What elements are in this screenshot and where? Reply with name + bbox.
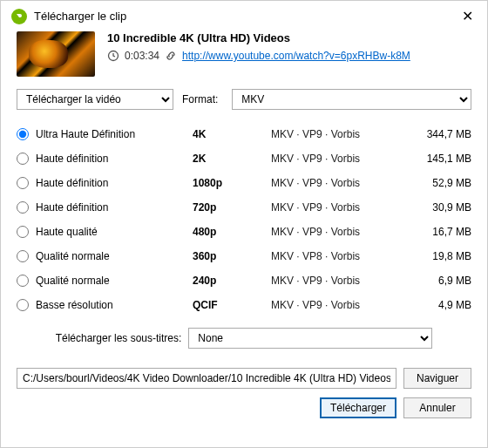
clip-duration: 0:03:34 [125, 50, 159, 62]
quality-size: 19,8 MB [384, 250, 471, 262]
quality-resolution: 4K [193, 128, 271, 140]
subtitles-label: Télécharger les sous-titres: [56, 332, 182, 344]
save-path-input[interactable] [17, 368, 396, 389]
quality-codec: MKV · VP9 · Vorbis [271, 128, 384, 140]
path-row: Naviguer [17, 368, 471, 389]
clock-icon [107, 50, 119, 62]
quality-option[interactable]: Haute définition 1080p MKV · VP9 · Vorbi… [17, 171, 471, 195]
subtitles-select[interactable]: None [188, 328, 432, 349]
quality-name: Basse résolution [36, 299, 193, 311]
quality-codec: MKV · VP9 · Vorbis [271, 153, 384, 165]
quality-size: 145,1 MB [384, 153, 471, 165]
titlebar: Télécharger le clip ✕ [1, 1, 487, 31]
quality-list: Ultra Haute Définition 4K MKV · VP9 · Vo… [17, 122, 471, 317]
quality-size: 344,7 MB [384, 128, 471, 140]
quality-radio[interactable] [17, 201, 29, 214]
quality-resolution: 720p [193, 201, 271, 214]
quality-option[interactable]: Haute définition 2K MKV · VP9 · Vorbis 1… [17, 146, 471, 171]
quality-size: 30,9 MB [384, 201, 471, 214]
clip-info: 10 Incredible 4K (Ultra HD) Videos 0:03:… [17, 31, 471, 77]
quality-resolution: 360p [193, 250, 271, 262]
quality-resolution: 240p [193, 275, 271, 287]
quality-resolution: 480p [193, 226, 271, 238]
content-area: 10 Incredible 4K (Ultra HD) Videos 0:03:… [1, 31, 487, 447]
dialog-window: Télécharger le clip ✕ 10 Incredible 4K (… [0, 0, 488, 448]
quality-radio[interactable] [17, 226, 29, 238]
quality-codec: MKV · VP8 · Vorbis [271, 250, 384, 262]
quality-option[interactable]: Ultra Haute Définition 4K MKV · VP9 · Vo… [17, 122, 471, 146]
clip-subline: 0:03:34 http://www.youtube.com/watch?v=6… [107, 50, 410, 62]
quality-resolution: QCIF [193, 299, 271, 311]
quality-radio[interactable] [17, 299, 29, 311]
quality-resolution: 1080p [193, 177, 271, 189]
quality-name: Haute qualité [36, 226, 193, 238]
clip-url-link[interactable]: http://www.youtube.com/watch?v=6pxRHBw-k… [182, 50, 410, 62]
format-select[interactable]: MKV [232, 89, 471, 110]
top-controls-row: Télécharger la vidéo Format: MKV [17, 89, 471, 110]
quality-option[interactable]: Basse résolution QCIF MKV · VP9 · Vorbis… [17, 293, 471, 317]
quality-option[interactable]: Haute définition 720p MKV · VP9 · Vorbis… [17, 195, 471, 220]
quality-radio[interactable] [17, 153, 29, 165]
quality-name: Qualité normale [36, 250, 193, 262]
quality-codec: MKV · VP9 · Vorbis [271, 226, 384, 238]
quality-name: Haute définition [36, 177, 193, 189]
quality-codec: MKV · VP9 · Vorbis [271, 275, 384, 287]
quality-radio[interactable] [17, 177, 29, 189]
browse-button[interactable]: Naviguer [403, 368, 471, 389]
quality-codec: MKV · VP9 · Vorbis [271, 299, 384, 311]
quality-radio[interactable] [17, 128, 29, 140]
quality-radio[interactable] [17, 250, 29, 262]
clip-meta: 10 Incredible 4K (Ultra HD) Videos 0:03:… [107, 31, 410, 77]
subtitles-row: Télécharger les sous-titres: None [17, 328, 471, 349]
quality-name: Haute définition [36, 201, 193, 214]
quality-option[interactable]: Qualité normale 360p MKV · VP8 · Vorbis … [17, 244, 471, 268]
quality-codec: MKV · VP9 · Vorbis [271, 177, 384, 189]
quality-name: Ultra Haute Définition [36, 128, 193, 140]
quality-option[interactable]: Qualité normale 240p MKV · VP9 · Vorbis … [17, 268, 471, 293]
action-select[interactable]: Télécharger la vidéo [17, 89, 173, 110]
quality-size: 4,9 MB [384, 299, 471, 311]
button-row: Télécharger Annuler [17, 397, 471, 418]
quality-option[interactable]: Haute qualité 480p MKV · VP9 · Vorbis 16… [17, 220, 471, 244]
quality-codec: MKV · VP9 · Vorbis [271, 201, 384, 214]
quality-resolution: 2K [193, 153, 271, 165]
quality-size: 52,9 MB [384, 177, 471, 189]
quality-size: 16,7 MB [384, 226, 471, 238]
quality-size: 6,9 MB [384, 275, 471, 287]
video-thumbnail [17, 31, 95, 77]
download-button[interactable]: Télécharger [320, 397, 396, 418]
app-icon [11, 9, 27, 24]
format-label: Format: [182, 93, 218, 105]
clip-title: 10 Incredible 4K (Ultra HD) Videos [107, 31, 410, 44]
link-icon [165, 50, 177, 62]
close-icon[interactable]: ✕ [458, 8, 477, 24]
cancel-button[interactable]: Annuler [403, 397, 471, 418]
quality-name: Haute définition [36, 153, 193, 165]
quality-name: Qualité normale [36, 275, 193, 287]
quality-radio[interactable] [17, 275, 29, 287]
window-title: Télécharger le clip [34, 10, 458, 23]
